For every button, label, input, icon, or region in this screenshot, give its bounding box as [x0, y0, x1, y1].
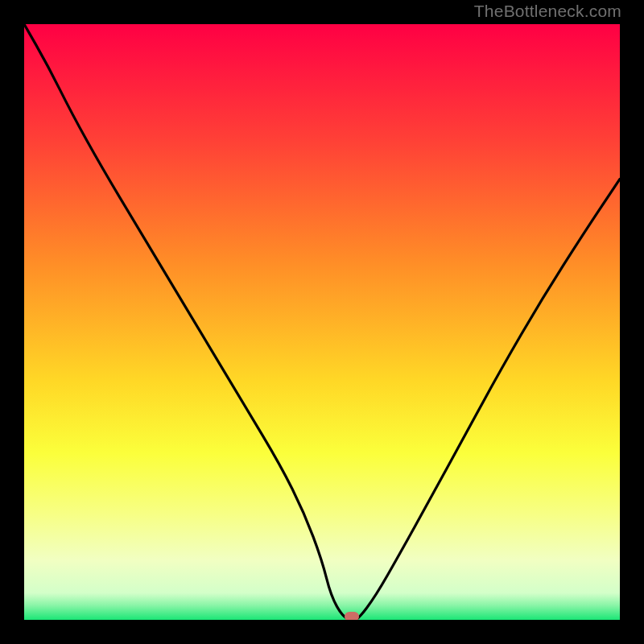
optimal-point-marker — [345, 612, 359, 620]
bottleneck-curve — [24, 24, 620, 620]
plot-area — [24, 24, 620, 620]
watermark-text: TheBottleneck.com — [474, 2, 621, 21]
chart-frame: TheBottleneck.com — [0, 0, 644, 644]
